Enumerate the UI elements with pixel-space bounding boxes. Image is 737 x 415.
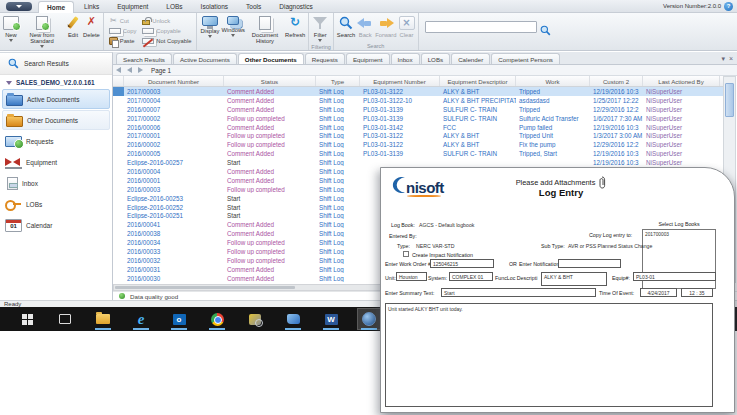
sidebar-item-calendar[interactable]: Calendar [2,215,110,235]
ribbon-tab[interactable]: LOBs [158,1,190,13]
edit-button[interactable]: Edit [64,14,82,39]
utility-tool-button[interactable] [244,309,266,329]
impact-notification-checkbox[interactable] [403,251,409,257]
event-time-input[interactable]: 12 : 35 [681,288,713,297]
delete-button[interactable]: ✗ Delete [82,14,101,39]
document-tab[interactable]: Equipment [346,53,390,64]
new-from-standard-button[interactable]: New from Standard [20,14,64,49]
work-order-input[interactable]: 125046215 [430,259,494,268]
system-input[interactable]: COMPLEX 01 [449,272,493,281]
column-status[interactable]: Status [224,76,316,86]
document-tab[interactable]: Competent Persons [491,53,560,64]
document-tab[interactable]: Inbox [391,53,420,64]
log-body-textarea[interactable]: Unit started ALKY BHT unit today. [385,303,713,407]
document-tab[interactable]: Search Results [116,53,172,64]
file-explorer-button[interactable] [92,309,114,329]
display-button[interactable]: Display [199,14,220,39]
document-tab[interactable]: Active Documents [173,53,237,64]
unlock-button[interactable]: Unlock [142,16,191,26]
word-button[interactable]: W [320,309,342,329]
scrollbar-thumb[interactable] [115,286,295,289]
event-date-input[interactable]: 4/24/2017 [640,288,677,297]
previous-page-icon[interactable] [127,67,132,73]
table-row[interactable]: 2017/00003 Comment Added Shift Log PL03-… [113,87,723,96]
close-panel-icon[interactable]: × [729,54,733,64]
refresh-button[interactable]: ↻ Refresh [284,14,306,39]
start-button[interactable] [16,309,38,329]
clear-button[interactable]: × Clear [398,14,416,39]
ribbon-tab[interactable]: Isolations [193,1,236,13]
unit-input[interactable]: Houston [396,272,427,281]
ribbon-tab[interactable]: Diagnostics [271,1,321,13]
sidebar-item-active-documents[interactable]: Active Documents [2,89,110,109]
document-history-button[interactable]: Document History [246,14,284,45]
outlook-button[interactable]: o [168,309,190,329]
sidebar-tree-root[interactable]: SALES_DEMO_V2.0.0.161 [0,75,112,88]
not-copyable-button[interactable]: Not Copyable [142,36,191,46]
equip-input[interactable]: PL03-01 [633,272,716,281]
column-last-actioned-by[interactable]: Last Actioned By [643,76,720,86]
task-view-button[interactable] [54,309,76,329]
column-equipment-description[interactable]: Equipment Descriptior [440,76,516,86]
table-row[interactable]: 2016/00007 Comment Added Shift Log PL03-… [113,105,723,114]
ribbon-tab[interactable]: Home [38,1,74,13]
back-button[interactable]: Back [356,14,374,39]
cell-document-number: Eclipse-2016-00253 [124,195,224,202]
table-row[interactable]: 2017/00001 Follow up completed Shift Log… [113,131,723,140]
copy-button[interactable]: Copy [109,26,137,36]
internet-explorer-button[interactable]: e [130,309,152,329]
notification-input[interactable] [558,259,621,268]
sidebar-item-lobs[interactable]: LOBs [2,194,110,214]
summary-input[interactable]: Start [441,288,596,297]
funcloc-input[interactable]: ALKY & BHT [541,272,607,286]
chrome-button[interactable] [206,309,228,329]
document-tab[interactable]: LOBs [421,53,450,64]
cut-button[interactable]: ✂ Cut [109,16,137,26]
column-type[interactable]: Type [316,76,360,86]
ribbon-tab[interactable]: Links [76,1,107,13]
log-book-option[interactable]: 201700003 [645,232,669,237]
cell-status: Comment Added [224,275,316,282]
document-tab[interactable]: Calender [451,53,490,64]
collapse-triangle-icon[interactable] [6,81,12,85]
table-row[interactable]: 2017/00002 Follow up completed Shift Log… [113,114,723,123]
row-selector [113,96,124,105]
filter-button[interactable]: Filter [311,14,329,43]
eclipse-app-button[interactable] [358,309,380,329]
ribbon-tab[interactable]: Equipment [109,1,156,13]
new-button[interactable]: New [2,14,20,43]
table-row[interactable]: 2017/00004 Comment Added Shift Log PL03-… [113,96,723,105]
column-document-number[interactable]: Document Number [124,76,224,86]
table-row[interactable]: 2016/00006 Comment Added Shift Log PL03-… [113,123,723,132]
document-tab[interactable]: Requests [305,53,345,64]
cell-type: Shift Log [316,186,360,193]
ribbon-tab[interactable]: Tools [238,1,269,13]
sidebar-item-search-results[interactable]: Search Results [0,53,112,75]
windows-button[interactable]: Windows [220,14,246,38]
quick-search-input[interactable] [425,21,537,33]
pin-panel-icon[interactable]: ▾ [721,54,725,64]
sidebar-item-requests[interactable]: Requests [2,131,110,151]
sidebar-item-inbox[interactable]: Inbox [2,173,110,193]
next-page-icon[interactable] [138,67,143,73]
app-menu-button[interactable] [6,2,32,11]
paste-button[interactable]: Paste [109,36,137,46]
sidebar-item-other-documents[interactable]: Other Documents [2,110,110,130]
photos-button[interactable] [282,309,304,329]
forward-button[interactable]: Forward [374,14,397,39]
search-button[interactable]: Search [336,14,356,39]
column-equipment-number[interactable]: Equipment Number [360,76,440,86]
scrollbar-thumb[interactable] [725,83,734,117]
first-page-icon[interactable] [116,67,121,73]
document-tab[interactable]: Other Documents [238,53,304,64]
sidebar-item-equipment[interactable]: Equipment [2,152,110,172]
back-arrow-icon [357,16,373,30]
table-row[interactable]: 2016/00002 Follow up completed Shift Log… [113,140,723,149]
table-row[interactable]: 2016/00005 Comment Added Shift Log PL03-… [113,149,723,158]
copyable-button[interactable]: Copyable [142,26,191,36]
column-work[interactable]: Work [516,76,590,86]
column-custom-2[interactable]: Custom 2 [590,76,643,86]
help-icon[interactable]: ? [724,2,733,11]
table-row[interactable]: Eclipse-2016-00257 Start Shift Log 12/19… [113,158,723,167]
magnifier-icon[interactable] [540,22,551,40]
